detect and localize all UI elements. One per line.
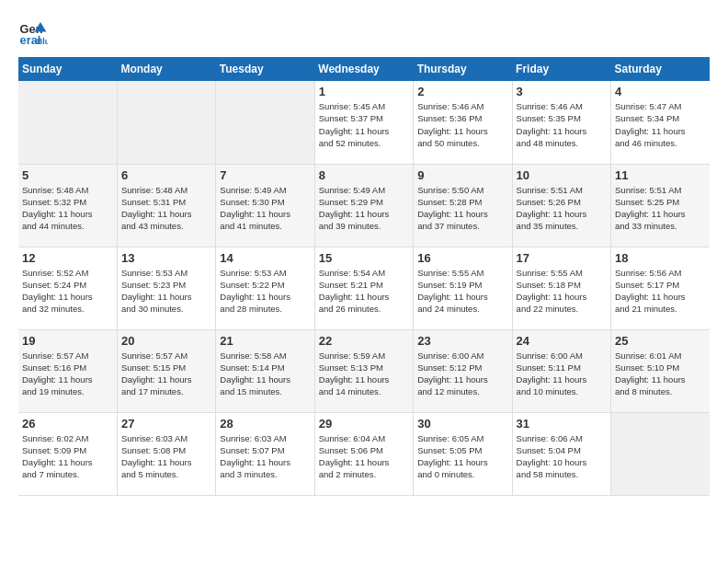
day-number: 27	[121, 417, 211, 431]
day-number: 20	[121, 334, 211, 348]
day-number: 6	[121, 168, 211, 182]
day-info: Sunrise: 6:03 AM Sunset: 5:07 PM Dayligh…	[220, 432, 310, 481]
calendar-cell: 7Sunrise: 5:49 AM Sunset: 5:30 PM Daylig…	[216, 164, 314, 247]
day-number: 10	[517, 168, 607, 182]
calendar-cell	[611, 412, 710, 495]
day-info: Sunrise: 5:52 AM Sunset: 5:24 PM Dayligh…	[22, 267, 113, 316]
day-info: Sunrise: 5:51 AM Sunset: 5:26 PM Dayligh…	[517, 184, 607, 233]
logo-icon: Gen eral Blue	[18, 18, 48, 48]
day-number: 1	[319, 85, 409, 98]
calendar-cell: 5Sunrise: 5:48 AM Sunset: 5:32 PM Daylig…	[18, 164, 117, 247]
calendar-cell: 6Sunrise: 5:48 AM Sunset: 5:31 PM Daylig…	[117, 164, 215, 247]
day-info: Sunrise: 6:05 AM Sunset: 5:05 PM Dayligh…	[417, 432, 507, 481]
day-info: Sunrise: 5:53 AM Sunset: 5:23 PM Dayligh…	[121, 267, 211, 316]
calendar-cell	[117, 81, 215, 164]
day-number: 18	[615, 251, 706, 265]
day-info: Sunrise: 6:00 AM Sunset: 5:12 PM Dayligh…	[417, 350, 507, 398]
day-info: Sunrise: 5:58 AM Sunset: 5:14 PM Dayligh…	[220, 350, 310, 398]
day-info: Sunrise: 5:49 AM Sunset: 5:29 PM Dayligh…	[319, 184, 409, 233]
day-info: Sunrise: 5:57 AM Sunset: 5:16 PM Dayligh…	[22, 350, 113, 398]
day-number: 19	[22, 334, 113, 348]
page-header: Gen eral Blue	[18, 18, 710, 48]
day-info: Sunrise: 5:46 AM Sunset: 5:36 PM Dayligh…	[417, 100, 507, 149]
calendar-cell: 19Sunrise: 5:57 AM Sunset: 5:16 PM Dayli…	[18, 329, 117, 412]
calendar-cell: 16Sunrise: 5:55 AM Sunset: 5:19 PM Dayli…	[414, 247, 512, 329]
day-info: Sunrise: 5:55 AM Sunset: 5:19 PM Dayligh…	[417, 267, 507, 316]
day-number: 5	[22, 168, 113, 182]
calendar-cell: 27Sunrise: 6:03 AM Sunset: 5:08 PM Dayli…	[117, 412, 215, 495]
day-number: 30	[417, 417, 507, 431]
day-number: 17	[517, 251, 607, 265]
day-info: Sunrise: 6:00 AM Sunset: 5:11 PM Dayligh…	[517, 350, 607, 398]
day-number: 7	[220, 168, 310, 182]
day-info: Sunrise: 5:48 AM Sunset: 5:32 PM Dayligh…	[22, 184, 113, 233]
day-info: Sunrise: 6:02 AM Sunset: 5:09 PM Dayligh…	[22, 432, 113, 481]
calendar-cell: 22Sunrise: 5:59 AM Sunset: 5:13 PM Dayli…	[314, 329, 413, 412]
day-info: Sunrise: 5:55 AM Sunset: 5:18 PM Dayligh…	[517, 267, 607, 316]
day-info: Sunrise: 5:57 AM Sunset: 5:15 PM Dayligh…	[121, 350, 211, 398]
calendar-cell: 28Sunrise: 6:03 AM Sunset: 5:07 PM Dayli…	[216, 412, 314, 495]
day-number: 31	[517, 417, 607, 431]
day-info: Sunrise: 5:56 AM Sunset: 5:17 PM Dayligh…	[615, 267, 706, 316]
calendar-cell: 4Sunrise: 5:47 AM Sunset: 5:34 PM Daylig…	[611, 81, 710, 164]
day-number: 24	[517, 334, 607, 348]
calendar-week-row: 12Sunrise: 5:52 AM Sunset: 5:24 PM Dayli…	[18, 247, 710, 329]
day-number: 2	[417, 85, 507, 98]
calendar-cell: 12Sunrise: 5:52 AM Sunset: 5:24 PM Dayli…	[18, 247, 117, 329]
weekday-header-monday: Monday	[117, 57, 215, 81]
day-info: Sunrise: 6:01 AM Sunset: 5:10 PM Dayligh…	[615, 350, 706, 398]
day-info: Sunrise: 6:03 AM Sunset: 5:08 PM Dayligh…	[121, 432, 211, 481]
day-number: 15	[319, 251, 409, 265]
day-number: 11	[615, 168, 706, 182]
day-info: Sunrise: 6:06 AM Sunset: 5:04 PM Dayligh…	[517, 432, 607, 481]
day-info: Sunrise: 5:51 AM Sunset: 5:25 PM Dayligh…	[615, 184, 706, 233]
calendar-cell: 24Sunrise: 6:00 AM Sunset: 5:11 PM Dayli…	[512, 329, 610, 412]
calendar-cell: 13Sunrise: 5:53 AM Sunset: 5:23 PM Dayli…	[117, 247, 215, 329]
day-number: 25	[615, 334, 706, 348]
day-number: 14	[220, 251, 310, 265]
calendar-cell: 15Sunrise: 5:54 AM Sunset: 5:21 PM Dayli…	[314, 247, 413, 329]
calendar-cell: 2Sunrise: 5:46 AM Sunset: 5:36 PM Daylig…	[414, 81, 512, 164]
day-info: Sunrise: 5:50 AM Sunset: 5:28 PM Dayligh…	[417, 184, 507, 233]
day-number: 23	[417, 334, 507, 348]
calendar-cell: 9Sunrise: 5:50 AM Sunset: 5:28 PM Daylig…	[414, 164, 512, 247]
day-number: 8	[319, 168, 409, 182]
calendar-cell: 14Sunrise: 5:53 AM Sunset: 5:22 PM Dayli…	[216, 247, 314, 329]
calendar-week-row: 19Sunrise: 5:57 AM Sunset: 5:16 PM Dayli…	[18, 329, 710, 412]
day-info: Sunrise: 5:53 AM Sunset: 5:22 PM Dayligh…	[220, 267, 310, 316]
calendar-cell: 20Sunrise: 5:57 AM Sunset: 5:15 PM Dayli…	[117, 329, 215, 412]
calendar-cell: 18Sunrise: 5:56 AM Sunset: 5:17 PM Dayli…	[611, 247, 710, 329]
day-number: 29	[319, 417, 409, 431]
weekday-header-friday: Friday	[512, 57, 610, 81]
calendar-week-row: 1Sunrise: 5:45 AM Sunset: 5:37 PM Daylig…	[18, 81, 710, 164]
day-number: 4	[615, 85, 706, 98]
calendar-cell: 30Sunrise: 6:05 AM Sunset: 5:05 PM Dayli…	[414, 412, 512, 495]
day-number: 21	[220, 334, 310, 348]
calendar-cell: 17Sunrise: 5:55 AM Sunset: 5:18 PM Dayli…	[512, 247, 610, 329]
calendar-cell: 25Sunrise: 6:01 AM Sunset: 5:10 PM Dayli…	[611, 329, 710, 412]
calendar-cell: 11Sunrise: 5:51 AM Sunset: 5:25 PM Dayli…	[611, 164, 710, 247]
weekday-header-thursday: Thursday	[414, 57, 512, 81]
calendar-cell	[18, 81, 117, 164]
weekday-header-tuesday: Tuesday	[216, 57, 314, 81]
day-number: 12	[22, 251, 113, 265]
day-number: 22	[319, 334, 409, 348]
svg-text:Blue: Blue	[37, 37, 48, 46]
day-number: 13	[121, 251, 211, 265]
calendar-week-row: 26Sunrise: 6:02 AM Sunset: 5:09 PM Dayli…	[18, 412, 710, 495]
day-info: Sunrise: 5:47 AM Sunset: 5:34 PM Dayligh…	[615, 100, 706, 149]
calendar-cell	[216, 81, 314, 164]
weekday-header-row: SundayMondayTuesdayWednesdayThursdayFrid…	[18, 57, 710, 81]
calendar-cell: 1Sunrise: 5:45 AM Sunset: 5:37 PM Daylig…	[314, 81, 413, 164]
day-info: Sunrise: 5:46 AM Sunset: 5:35 PM Dayligh…	[517, 100, 607, 149]
day-number: 26	[22, 417, 113, 431]
calendar-cell: 3Sunrise: 5:46 AM Sunset: 5:35 PM Daylig…	[512, 81, 610, 164]
calendar-cell: 10Sunrise: 5:51 AM Sunset: 5:26 PM Dayli…	[512, 164, 610, 247]
calendar-table: SundayMondayTuesdayWednesdayThursdayFrid…	[18, 57, 710, 496]
calendar-cell: 26Sunrise: 6:02 AM Sunset: 5:09 PM Dayli…	[18, 412, 117, 495]
calendar-cell: 21Sunrise: 5:58 AM Sunset: 5:14 PM Dayli…	[216, 329, 314, 412]
day-info: Sunrise: 5:48 AM Sunset: 5:31 PM Dayligh…	[121, 184, 211, 233]
day-number: 9	[417, 168, 507, 182]
logo: Gen eral Blue	[18, 18, 51, 48]
weekday-header-wednesday: Wednesday	[314, 57, 413, 81]
